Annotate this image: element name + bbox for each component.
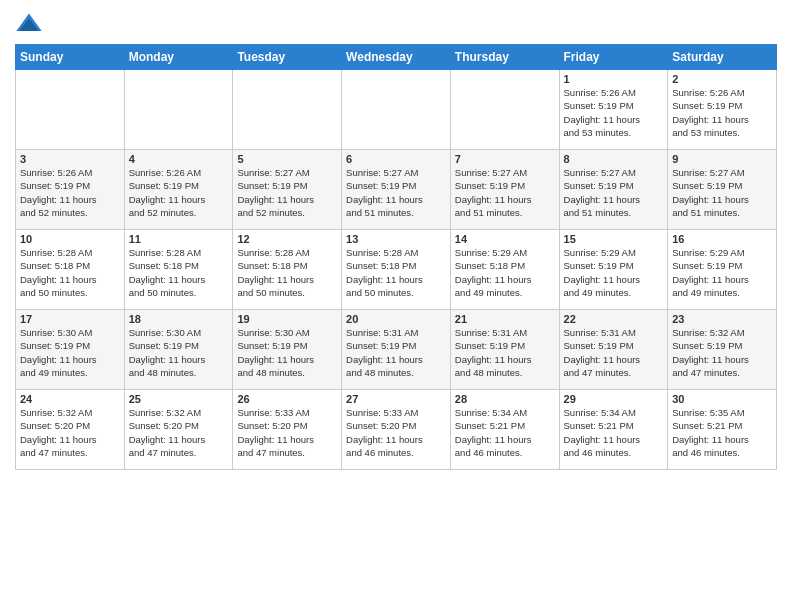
- day-number: 3: [20, 153, 120, 165]
- day-number: 25: [129, 393, 229, 405]
- calendar-week-row: 10Sunrise: 5:28 AMSunset: 5:18 PMDayligh…: [16, 230, 777, 310]
- cell-sun-info: Sunrise: 5:33 AMSunset: 5:20 PMDaylight:…: [237, 406, 337, 459]
- cell-sun-info: Sunrise: 5:32 AMSunset: 5:20 PMDaylight:…: [129, 406, 229, 459]
- day-number: 1: [564, 73, 664, 85]
- cell-sun-info: Sunrise: 5:31 AMSunset: 5:19 PMDaylight:…: [455, 326, 555, 379]
- calendar-cell: 23Sunrise: 5:32 AMSunset: 5:19 PMDayligh…: [668, 310, 777, 390]
- cell-sun-info: Sunrise: 5:31 AMSunset: 5:19 PMDaylight:…: [346, 326, 446, 379]
- calendar-cell: 13Sunrise: 5:28 AMSunset: 5:18 PMDayligh…: [342, 230, 451, 310]
- day-number: 26: [237, 393, 337, 405]
- weekday-header-wednesday: Wednesday: [342, 45, 451, 70]
- cell-sun-info: Sunrise: 5:29 AMSunset: 5:19 PMDaylight:…: [672, 246, 772, 299]
- weekday-header-monday: Monday: [124, 45, 233, 70]
- day-number: 12: [237, 233, 337, 245]
- page-header: [15, 10, 777, 38]
- day-number: 14: [455, 233, 555, 245]
- calendar-cell: 2Sunrise: 5:26 AMSunset: 5:19 PMDaylight…: [668, 70, 777, 150]
- calendar-cell: 29Sunrise: 5:34 AMSunset: 5:21 PMDayligh…: [559, 390, 668, 470]
- calendar-cell: 3Sunrise: 5:26 AMSunset: 5:19 PMDaylight…: [16, 150, 125, 230]
- day-number: 23: [672, 313, 772, 325]
- calendar-cell: 25Sunrise: 5:32 AMSunset: 5:20 PMDayligh…: [124, 390, 233, 470]
- calendar-cell: 22Sunrise: 5:31 AMSunset: 5:19 PMDayligh…: [559, 310, 668, 390]
- weekday-header-thursday: Thursday: [450, 45, 559, 70]
- day-number: 9: [672, 153, 772, 165]
- calendar-cell: [16, 70, 125, 150]
- day-number: 4: [129, 153, 229, 165]
- day-number: 20: [346, 313, 446, 325]
- cell-sun-info: Sunrise: 5:28 AMSunset: 5:18 PMDaylight:…: [237, 246, 337, 299]
- calendar-cell: [450, 70, 559, 150]
- cell-sun-info: Sunrise: 5:28 AMSunset: 5:18 PMDaylight:…: [20, 246, 120, 299]
- day-number: 21: [455, 313, 555, 325]
- cell-sun-info: Sunrise: 5:31 AMSunset: 5:19 PMDaylight:…: [564, 326, 664, 379]
- cell-sun-info: Sunrise: 5:30 AMSunset: 5:19 PMDaylight:…: [237, 326, 337, 379]
- day-number: 16: [672, 233, 772, 245]
- day-number: 30: [672, 393, 772, 405]
- calendar-cell: 7Sunrise: 5:27 AMSunset: 5:19 PMDaylight…: [450, 150, 559, 230]
- weekday-header-saturday: Saturday: [668, 45, 777, 70]
- day-number: 10: [20, 233, 120, 245]
- calendar-cell: 12Sunrise: 5:28 AMSunset: 5:18 PMDayligh…: [233, 230, 342, 310]
- cell-sun-info: Sunrise: 5:28 AMSunset: 5:18 PMDaylight:…: [129, 246, 229, 299]
- cell-sun-info: Sunrise: 5:27 AMSunset: 5:19 PMDaylight:…: [672, 166, 772, 219]
- calendar-table: SundayMondayTuesdayWednesdayThursdayFrid…: [15, 44, 777, 470]
- cell-sun-info: Sunrise: 5:27 AMSunset: 5:19 PMDaylight:…: [346, 166, 446, 219]
- calendar-week-row: 24Sunrise: 5:32 AMSunset: 5:20 PMDayligh…: [16, 390, 777, 470]
- day-number: 18: [129, 313, 229, 325]
- day-number: 29: [564, 393, 664, 405]
- calendar-cell: 8Sunrise: 5:27 AMSunset: 5:19 PMDaylight…: [559, 150, 668, 230]
- day-number: 5: [237, 153, 337, 165]
- calendar-cell: 26Sunrise: 5:33 AMSunset: 5:20 PMDayligh…: [233, 390, 342, 470]
- calendar-cell: 14Sunrise: 5:29 AMSunset: 5:18 PMDayligh…: [450, 230, 559, 310]
- cell-sun-info: Sunrise: 5:30 AMSunset: 5:19 PMDaylight:…: [129, 326, 229, 379]
- cell-sun-info: Sunrise: 5:29 AMSunset: 5:19 PMDaylight:…: [564, 246, 664, 299]
- cell-sun-info: Sunrise: 5:34 AMSunset: 5:21 PMDaylight:…: [564, 406, 664, 459]
- calendar-cell: 6Sunrise: 5:27 AMSunset: 5:19 PMDaylight…: [342, 150, 451, 230]
- day-number: 15: [564, 233, 664, 245]
- calendar-cell: 20Sunrise: 5:31 AMSunset: 5:19 PMDayligh…: [342, 310, 451, 390]
- calendar-cell: [233, 70, 342, 150]
- weekday-header-row: SundayMondayTuesdayWednesdayThursdayFrid…: [16, 45, 777, 70]
- calendar-cell: 1Sunrise: 5:26 AMSunset: 5:19 PMDaylight…: [559, 70, 668, 150]
- calendar-cell: 27Sunrise: 5:33 AMSunset: 5:20 PMDayligh…: [342, 390, 451, 470]
- calendar-cell: 5Sunrise: 5:27 AMSunset: 5:19 PMDaylight…: [233, 150, 342, 230]
- calendar-cell: 28Sunrise: 5:34 AMSunset: 5:21 PMDayligh…: [450, 390, 559, 470]
- calendar-cell: 18Sunrise: 5:30 AMSunset: 5:19 PMDayligh…: [124, 310, 233, 390]
- day-number: 2: [672, 73, 772, 85]
- day-number: 24: [20, 393, 120, 405]
- calendar-cell: 24Sunrise: 5:32 AMSunset: 5:20 PMDayligh…: [16, 390, 125, 470]
- day-number: 28: [455, 393, 555, 405]
- weekday-header-sunday: Sunday: [16, 45, 125, 70]
- day-number: 13: [346, 233, 446, 245]
- weekday-header-tuesday: Tuesday: [233, 45, 342, 70]
- cell-sun-info: Sunrise: 5:33 AMSunset: 5:20 PMDaylight:…: [346, 406, 446, 459]
- day-number: 22: [564, 313, 664, 325]
- calendar-cell: 17Sunrise: 5:30 AMSunset: 5:19 PMDayligh…: [16, 310, 125, 390]
- calendar-cell: 9Sunrise: 5:27 AMSunset: 5:19 PMDaylight…: [668, 150, 777, 230]
- day-number: 27: [346, 393, 446, 405]
- logo: [15, 10, 47, 38]
- cell-sun-info: Sunrise: 5:32 AMSunset: 5:20 PMDaylight:…: [20, 406, 120, 459]
- day-number: 19: [237, 313, 337, 325]
- day-number: 6: [346, 153, 446, 165]
- logo-icon: [15, 10, 43, 38]
- day-number: 8: [564, 153, 664, 165]
- cell-sun-info: Sunrise: 5:32 AMSunset: 5:19 PMDaylight:…: [672, 326, 772, 379]
- cell-sun-info: Sunrise: 5:26 AMSunset: 5:19 PMDaylight:…: [129, 166, 229, 219]
- calendar-cell: 30Sunrise: 5:35 AMSunset: 5:21 PMDayligh…: [668, 390, 777, 470]
- cell-sun-info: Sunrise: 5:34 AMSunset: 5:21 PMDaylight:…: [455, 406, 555, 459]
- calendar-cell: 10Sunrise: 5:28 AMSunset: 5:18 PMDayligh…: [16, 230, 125, 310]
- day-number: 17: [20, 313, 120, 325]
- calendar-week-row: 17Sunrise: 5:30 AMSunset: 5:19 PMDayligh…: [16, 310, 777, 390]
- calendar-cell: 4Sunrise: 5:26 AMSunset: 5:19 PMDaylight…: [124, 150, 233, 230]
- calendar-week-row: 3Sunrise: 5:26 AMSunset: 5:19 PMDaylight…: [16, 150, 777, 230]
- cell-sun-info: Sunrise: 5:30 AMSunset: 5:19 PMDaylight:…: [20, 326, 120, 379]
- cell-sun-info: Sunrise: 5:27 AMSunset: 5:19 PMDaylight:…: [237, 166, 337, 219]
- calendar-cell: 11Sunrise: 5:28 AMSunset: 5:18 PMDayligh…: [124, 230, 233, 310]
- calendar-cell: [124, 70, 233, 150]
- calendar-cell: [342, 70, 451, 150]
- day-number: 11: [129, 233, 229, 245]
- cell-sun-info: Sunrise: 5:26 AMSunset: 5:19 PMDaylight:…: [564, 86, 664, 139]
- cell-sun-info: Sunrise: 5:35 AMSunset: 5:21 PMDaylight:…: [672, 406, 772, 459]
- cell-sun-info: Sunrise: 5:26 AMSunset: 5:19 PMDaylight:…: [20, 166, 120, 219]
